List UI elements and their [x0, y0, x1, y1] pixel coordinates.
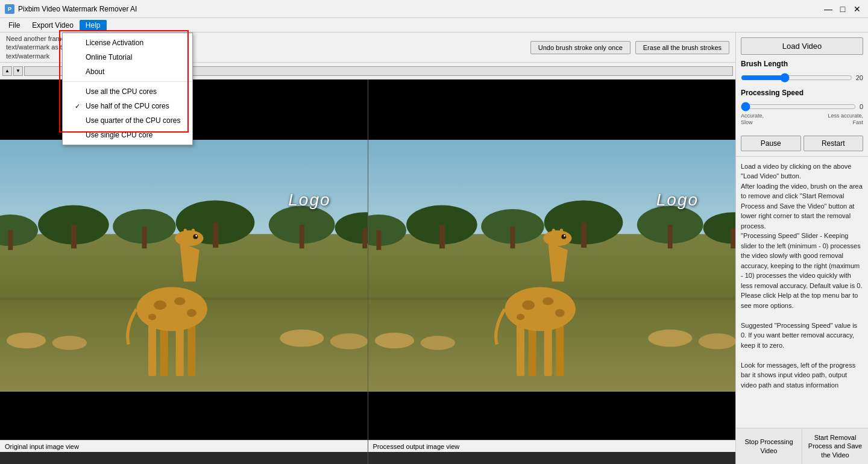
svg-point-55 — [542, 297, 553, 305]
svg-point-25 — [175, 230, 203, 246]
minimize-button[interactable]: — — [822, 3, 834, 15]
close-button[interactable]: ✕ — [851, 3, 863, 15]
svg-point-28 — [193, 234, 198, 239]
window-controls: — □ ✕ — [822, 3, 863, 15]
brush-length-slider-container: 20 — [741, 71, 863, 89]
load-video-button[interactable]: Load Video — [741, 37, 863, 55]
menu-use-quarter-cpu[interactable]: Use quarter of the CPU cores — [63, 113, 192, 128]
svg-rect-39 — [439, 225, 444, 248]
menu-file[interactable]: File — [2, 20, 26, 31]
menu-license-activation[interactable]: License Activation — [63, 36, 192, 50]
scroll-down-button[interactable]: ▼ — [13, 66, 23, 76]
menu-bar: File Export Video Help License Activatio… — [0, 18, 868, 33]
erase-strokes-button[interactable]: Erase all the brush strokes — [635, 41, 729, 54]
svg-point-30 — [7, 333, 46, 348]
stop-processing-button[interactable]: Stop Processing Video — [736, 428, 802, 464]
svg-point-66 — [648, 330, 692, 347]
black-bottom-right — [368, 392, 736, 440]
checkmark-half-cpu: ✓ — [75, 102, 82, 110]
svg-rect-37 — [376, 230, 381, 250]
svg-point-56 — [555, 309, 564, 317]
giraffe-svg-right — [368, 140, 736, 392]
svg-point-20 — [154, 300, 166, 310]
svg-point-62 — [561, 234, 566, 239]
svg-point-31 — [52, 336, 87, 350]
speed-slider-labels: Accurate,Slow Less accurate,Fast — [741, 113, 863, 126]
svg-point-21 — [174, 297, 185, 305]
svg-point-23 — [148, 314, 156, 320]
help-dropdown: License Activation Online Tutorial About… — [62, 33, 193, 145]
maximize-button[interactable]: □ — [837, 3, 849, 15]
scroll-up-button[interactable]: ▲ — [2, 66, 12, 76]
menu-use-single-cpu[interactable]: Use single CPU core — [63, 128, 192, 142]
svg-point-67 — [698, 333, 735, 349]
app-title: Pixbim Video Watermark Remover AI — [18, 5, 137, 13]
svg-rect-43 — [581, 222, 587, 248]
svg-rect-13 — [362, 228, 367, 248]
svg-rect-3 — [8, 230, 13, 250]
svg-point-19 — [136, 287, 207, 331]
menu-use-half-cpu[interactable]: ✓ Use half of the CPU cores — [63, 99, 192, 113]
svg-rect-26 — [184, 229, 187, 237]
giraffe-svg-left — [0, 140, 368, 392]
app-icon: P — [5, 4, 14, 14]
svg-rect-5 — [71, 225, 77, 248]
processing-speed-slider-container: 0 Accurate,Slow Less accurate,Fast — [741, 99, 863, 131]
logo-text-left: Logo — [288, 190, 330, 210]
menu-help[interactable]: Help — [80, 20, 107, 31]
brush-length-value: 20 — [856, 74, 863, 81]
svg-point-65 — [420, 336, 454, 350]
black-top-right — [368, 80, 736, 140]
pause-button[interactable]: Pause — [741, 136, 801, 151]
processed-video-panel: Logo Processed output image view — [368, 80, 736, 464]
svg-point-64 — [374, 333, 414, 348]
svg-rect-60 — [552, 229, 555, 237]
original-panel-label: Original input image view — [0, 440, 368, 452]
processing-speed-slider[interactable] — [741, 102, 856, 111]
undo-brush-button[interactable]: Undo brush stroke only once — [530, 41, 631, 54]
restart-button[interactable]: Restart — [804, 136, 864, 151]
brush-length-label: Brush Length — [741, 60, 863, 68]
svg-rect-47 — [731, 228, 735, 248]
bottom-buttons: Stop Processing Video Start Removal Proc… — [736, 428, 868, 464]
menu-about[interactable]: About — [63, 64, 192, 79]
svg-point-32 — [280, 330, 324, 347]
svg-point-63 — [564, 235, 565, 237]
start-removal-button[interactable]: Start Removal Process and Save the Video — [802, 428, 868, 464]
giraffe-scene-left[interactable]: Logo — [0, 140, 368, 392]
info-text: Load a video by clicking on the above "L… — [736, 157, 868, 428]
svg-point-33 — [330, 333, 368, 349]
svg-point-29 — [195, 235, 197, 237]
svg-point-22 — [187, 309, 197, 317]
speed-label-left: Accurate,Slow — [741, 113, 764, 126]
processing-speed-label: Processing Speed — [741, 89, 863, 97]
svg-point-57 — [516, 314, 524, 320]
giraffe-scene-right[interactable]: Logo — [368, 140, 736, 392]
svg-rect-7 — [142, 227, 147, 249]
menu-export-video[interactable]: Export Video — [26, 20, 80, 31]
svg-point-53 — [505, 287, 576, 331]
svg-rect-11 — [300, 225, 304, 248]
speed-label-right: Less accurate,Fast — [828, 113, 863, 126]
title-bar: P Pixbim Video Watermark Remover AI — □ … — [0, 0, 868, 18]
svg-point-54 — [522, 300, 535, 310]
logo-text-right: Logo — [656, 190, 699, 210]
processed-panel-label: Processed output image view — [368, 440, 736, 452]
pause-restart-row: Pause Restart — [741, 136, 863, 151]
black-bottom-left — [0, 392, 368, 440]
svg-rect-9 — [213, 222, 218, 248]
right-panel-top: Load Video Brush Length 20 Processing Sp… — [736, 33, 868, 157]
svg-point-59 — [543, 230, 571, 246]
menu-use-all-cpu[interactable]: Use all the CPU cores — [63, 84, 192, 99]
svg-rect-41 — [510, 227, 515, 249]
brush-length-slider[interactable] — [741, 73, 852, 83]
right-panel: Load Video Brush Length 20 Processing Sp… — [735, 33, 868, 464]
menu-divider — [63, 81, 192, 82]
processing-speed-value: 0 — [860, 103, 863, 110]
menu-online-tutorial[interactable]: Online Tutorial — [63, 50, 192, 64]
svg-rect-45 — [667, 225, 672, 248]
